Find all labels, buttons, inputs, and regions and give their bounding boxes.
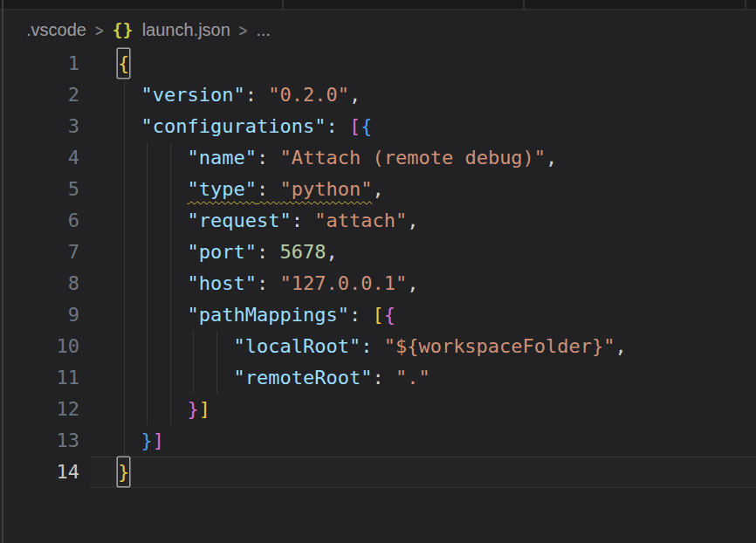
code-token: : xyxy=(326,115,349,137)
code-token: { xyxy=(384,304,395,326)
code-line-1[interactable]: { xyxy=(118,48,129,79)
code-line-6[interactable]: "request": "attach", xyxy=(118,205,418,237)
editor-group-border xyxy=(2,0,3,543)
code-token xyxy=(118,398,187,420)
code-token: "port" xyxy=(187,241,256,263)
code-editor[interactable]: 1234567891011121314 { "version": "0.2.0"… xyxy=(0,0,756,543)
code-token xyxy=(118,115,141,137)
code-token: : xyxy=(349,304,373,326)
code-token: "name" xyxy=(187,147,256,168)
code-line-7[interactable]: "port": 5678, xyxy=(118,237,338,268)
code-token: "pathMappings" xyxy=(187,304,348,326)
json-braces-icon: {} xyxy=(113,19,134,40)
code-token xyxy=(118,241,187,263)
code-token: , xyxy=(407,210,418,231)
code-token: "remoteRoot" xyxy=(233,367,372,388)
line-number[interactable]: 1 xyxy=(0,48,79,79)
code-line-13[interactable]: }] xyxy=(118,425,164,457)
tab-bar-edge xyxy=(0,0,756,10)
code-token: : xyxy=(257,147,280,168)
code-token: , xyxy=(372,178,383,200)
code-token: { xyxy=(361,115,372,137)
line-number[interactable]: 8 xyxy=(0,268,79,299)
code-line-2[interactable]: "version": "0.2.0", xyxy=(118,79,361,111)
line-number[interactable]: 9 xyxy=(0,299,79,331)
code-token: "Attach (remote debug)" xyxy=(279,147,546,168)
code-line-14[interactable]: } xyxy=(118,457,129,488)
code-token: "." xyxy=(395,367,430,388)
code-token: : xyxy=(361,335,384,357)
code-token xyxy=(118,210,187,231)
code-token xyxy=(118,84,141,106)
vscode-editor-window: .vscode > {} launch.json > ... 123456789… xyxy=(0,0,756,543)
code-token: } xyxy=(141,430,153,451)
code-token xyxy=(118,335,233,357)
current-line-highlight xyxy=(90,457,756,488)
chevron-right-icon: > xyxy=(95,18,104,41)
code-token xyxy=(118,430,141,451)
code-token: [ xyxy=(372,304,383,326)
line-number[interactable]: 11 xyxy=(0,362,79,394)
line-number[interactable]: 4 xyxy=(0,142,79,174)
line-number[interactable]: 14 xyxy=(0,457,79,488)
line-number[interactable]: 3 xyxy=(0,111,79,142)
code-token: : xyxy=(372,367,395,388)
code-line-9[interactable]: "pathMappings": [{ xyxy=(118,299,395,331)
code-token: : xyxy=(257,241,280,263)
code-line-12[interactable]: }] xyxy=(118,394,210,425)
matched-bracket: { xyxy=(118,49,129,78)
code-token xyxy=(118,147,187,168)
code-line-10[interactable]: "localRoot": "${workspaceFolder}", xyxy=(118,331,627,362)
code-token: , xyxy=(326,241,337,263)
code-token xyxy=(118,178,187,200)
code-token: , xyxy=(615,335,627,357)
code-token xyxy=(118,272,187,294)
code-token: ] xyxy=(199,398,210,420)
code-token: "127.0.0.1" xyxy=(279,272,407,294)
code-line-11[interactable]: "remoteRoot": "." xyxy=(118,362,430,394)
warning-squiggle: "type": "python" xyxy=(187,178,372,200)
line-number[interactable]: 7 xyxy=(0,237,79,268)
code-line-4[interactable]: "name": "Attach (remote debug)", xyxy=(118,142,557,174)
matched-bracket: } xyxy=(118,457,129,486)
code-token: "0.2.0" xyxy=(268,84,349,106)
code-token: : xyxy=(292,210,315,231)
code-token: "${workspaceFolder}" xyxy=(384,335,615,357)
code-line-8[interactable]: "host": "127.0.0.1", xyxy=(118,268,418,299)
chevron-right-icon: > xyxy=(239,18,248,41)
code-token xyxy=(118,367,233,388)
line-number[interactable]: 10 xyxy=(0,331,79,362)
tab-divider xyxy=(282,0,284,9)
code-token: : xyxy=(257,178,280,200)
code-token: , xyxy=(546,147,557,168)
line-number[interactable]: 12 xyxy=(0,394,79,425)
tab-divider xyxy=(745,0,746,9)
code-token: "host" xyxy=(187,272,256,294)
breadcrumb-folder[interactable]: .vscode xyxy=(26,20,86,40)
code-token: "configurations" xyxy=(141,115,326,137)
line-number[interactable]: 5 xyxy=(0,174,79,205)
code-token: "type" xyxy=(187,178,256,200)
code-token: "attach" xyxy=(314,210,407,231)
code-line-5[interactable]: "type": "python", xyxy=(118,174,384,205)
code-token: ] xyxy=(153,430,164,451)
code-line-3[interactable]: "configurations": [{ xyxy=(118,111,372,142)
code-token: : xyxy=(257,272,280,294)
line-number[interactable]: 13 xyxy=(0,425,79,457)
breadcrumb-file[interactable]: launch.json xyxy=(142,20,230,40)
code-token: 5678 xyxy=(279,241,326,263)
breadcrumb: .vscode > {} launch.json > ... xyxy=(26,12,271,47)
line-number[interactable]: 6 xyxy=(0,205,79,237)
code-token: [ xyxy=(349,115,361,137)
code-token: "version" xyxy=(141,84,245,106)
code-token: : xyxy=(245,84,269,106)
breadcrumb-symbol-ellipsis[interactable]: ... xyxy=(257,20,271,40)
code-token: } xyxy=(187,398,198,420)
code-token: "localRoot" xyxy=(233,335,361,357)
line-number[interactable]: 2 xyxy=(0,79,79,111)
code-token: , xyxy=(349,84,361,106)
code-token: "python" xyxy=(279,178,372,200)
code-token xyxy=(118,304,187,326)
code-token: "request" xyxy=(187,210,291,231)
code-token: , xyxy=(407,272,418,294)
